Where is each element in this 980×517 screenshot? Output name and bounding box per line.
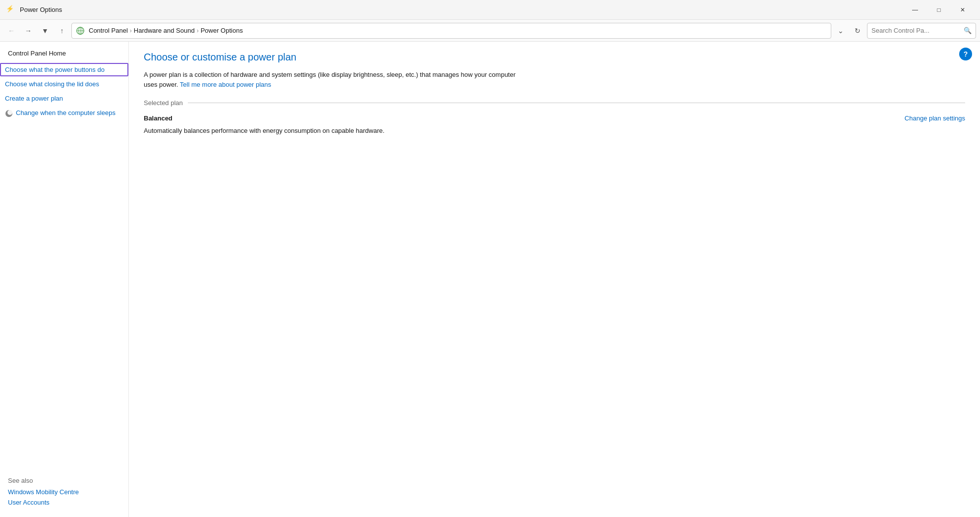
sleep-icon bbox=[5, 110, 13, 117]
search-input[interactable] bbox=[871, 27, 961, 34]
sidebar: Control Panel Home Choose what the power… bbox=[0, 42, 129, 517]
selected-plan-label: Selected plan bbox=[144, 99, 183, 107]
sidebar-item-power-buttons[interactable]: Choose what the power buttons do bbox=[0, 63, 128, 76]
svg-point-5 bbox=[7, 110, 12, 115]
sidebar-see-also: See also Windows Mobility Centre User Ac… bbox=[0, 477, 128, 509]
plan-name: Balanced bbox=[144, 115, 173, 122]
main-layout: Control Panel Home Choose what the power… bbox=[0, 42, 980, 517]
refresh-button[interactable]: ↻ bbox=[850, 23, 865, 38]
breadcrumb-power-options[interactable]: Power Options bbox=[201, 27, 243, 34]
globe-icon bbox=[76, 26, 85, 35]
up-button[interactable]: ↑ bbox=[55, 23, 69, 38]
dropdown-button[interactable]: ▼ bbox=[38, 23, 53, 38]
search-icon: 🔍 bbox=[964, 27, 972, 34]
breadcrumb-bar: Control Panel › Hardware and Sound › Pow… bbox=[71, 23, 831, 39]
sidebar-item-label: Create a power plan bbox=[5, 95, 63, 102]
chevron-down-button[interactable]: ⌄ bbox=[833, 23, 848, 38]
app-icon: ⚡ bbox=[6, 5, 16, 15]
change-plan-settings-link[interactable]: Change plan settings bbox=[905, 115, 965, 122]
breadcrumb-hardware-sound[interactable]: Hardware and Sound bbox=[134, 27, 195, 34]
content-area: Choose or customise a power plan A power… bbox=[129, 42, 980, 517]
see-also-user-accounts[interactable]: User Accounts bbox=[8, 499, 120, 506]
window-title: Power Options bbox=[20, 6, 904, 13]
maximize-button[interactable]: □ bbox=[927, 2, 950, 18]
search-box[interactable]: 🔍 bbox=[867, 23, 976, 39]
divider-line bbox=[188, 103, 965, 103]
learn-more-link[interactable]: Tell me more about power plans bbox=[180, 81, 271, 88]
section-divider: Selected plan bbox=[144, 99, 965, 107]
sidebar-item-sleep[interactable]: Change when the computer sleeps bbox=[0, 106, 128, 120]
address-right: ⌄ ↻ 🔍 bbox=[833, 23, 976, 39]
sidebar-home-label[interactable]: Control Panel Home bbox=[8, 50, 120, 57]
content-description: A power plan is a collection of hardware… bbox=[144, 70, 520, 89]
see-also-mobility-centre[interactable]: Windows Mobility Centre bbox=[8, 488, 120, 496]
breadcrumb-sep-2: › bbox=[197, 27, 199, 34]
sidebar-item-create-plan[interactable]: Create a power plan bbox=[0, 92, 128, 105]
address-bar: ← → ▼ ↑ Control Panel › Hardware and Sou… bbox=[0, 20, 980, 42]
sidebar-item-label: Choose what closing the lid does bbox=[5, 80, 99, 88]
window-controls: — □ ✕ bbox=[904, 2, 974, 18]
help-button[interactable]: ? bbox=[959, 48, 972, 60]
sidebar-home-section: Control Panel Home bbox=[0, 50, 128, 63]
page-title: Choose or customise a power plan bbox=[144, 52, 965, 63]
sidebar-item-label: Choose what the power buttons do bbox=[5, 66, 105, 73]
plan-description: Automatically balances performance with … bbox=[144, 126, 441, 136]
plan-row: Balanced Change plan settings bbox=[144, 115, 965, 122]
minimize-button[interactable]: — bbox=[904, 2, 926, 18]
breadcrumb-sep-1: › bbox=[130, 27, 132, 34]
close-button[interactable]: ✕ bbox=[951, 2, 974, 18]
forward-button[interactable]: → bbox=[21, 23, 36, 38]
back-button[interactable]: ← bbox=[4, 23, 19, 38]
sidebar-nav: Choose what the power buttons do Choose … bbox=[0, 63, 128, 120]
sidebar-item-label: Change when the computer sleeps bbox=[16, 109, 115, 116]
sidebar-item-lid[interactable]: Choose what closing the lid does bbox=[0, 77, 128, 91]
breadcrumb-control-panel[interactable]: Control Panel bbox=[89, 27, 128, 34]
see-also-label: See also bbox=[8, 477, 120, 484]
title-bar: ⚡ Power Options — □ ✕ bbox=[0, 0, 980, 20]
